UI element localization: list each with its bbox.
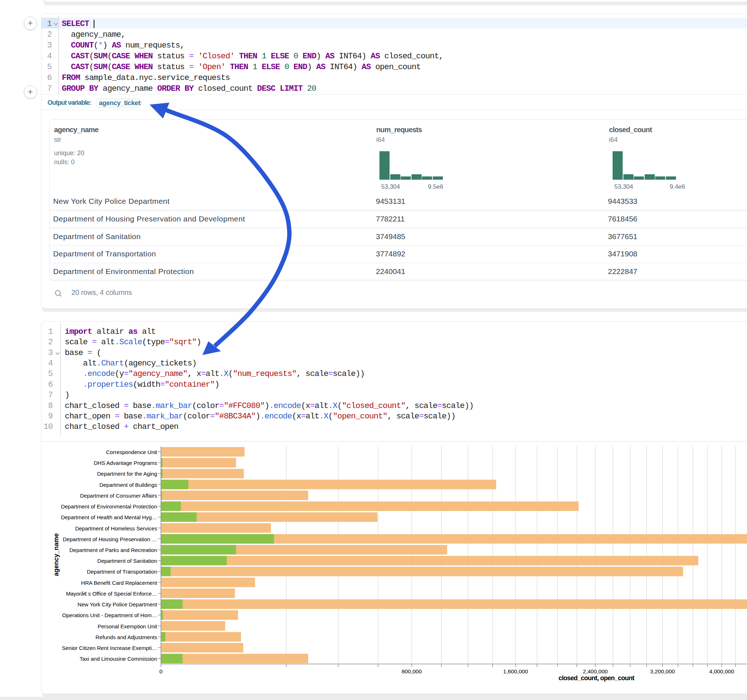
svg-text:4,000,000: 4,000,000 xyxy=(709,668,734,674)
svg-text:Department of Homeless Service: Department of Homeless Services xyxy=(75,525,157,531)
svg-text:800,000: 800,000 xyxy=(401,668,422,674)
svg-text:Correspondence Unit: Correspondence Unit xyxy=(106,449,157,455)
svg-text:2,400,000: 2,400,000 xyxy=(583,668,608,674)
svg-text:Personal Exemption Unit: Personal Exemption Unit xyxy=(98,623,157,629)
svg-text:Mayorâ€ s Office of Special En: Mayorâ€ s Office of Special Enforce… xyxy=(66,591,157,597)
svg-text:1,600,000: 1,600,000 xyxy=(503,668,528,674)
svg-text:Department of Transportation: Department of Transportation xyxy=(87,569,157,575)
svg-text:closed_count, open_count: closed_count, open_count xyxy=(558,674,635,682)
svg-text:Department of Parks and Recrea: Department of Parks and Recreation xyxy=(70,547,157,553)
svg-text:DHS Advantage Programs: DHS Advantage Programs xyxy=(94,460,157,466)
svg-text:Department of Sanitation: Department of Sanitation xyxy=(97,558,157,564)
svg-text:Department for the Aging: Department for the Aging xyxy=(97,471,157,477)
svg-text:Department of Environmental Pr: Department of Environmental Protection xyxy=(61,503,157,510)
svg-text:Senior Citizen Rent Increase E: Senior Citizen Rent Increase Exempti… xyxy=(62,645,157,651)
svg-text:0: 0 xyxy=(159,668,163,674)
svg-text:Taxi and Limousine Commission: Taxi and Limousine Commission xyxy=(80,656,157,662)
svg-text:Department of Buildings: Department of Buildings xyxy=(100,482,157,488)
svg-text:Operations Unit - Department o: Operations Unit - Department of Hom… xyxy=(62,612,157,618)
svg-text:Department of Housing Preserva: Department of Housing Preservation … xyxy=(63,536,157,542)
svg-text:HRA Benefit Card Replacement: HRA Benefit Card Replacement xyxy=(81,580,157,586)
svg-text:3,200,000: 3,200,000 xyxy=(650,668,675,674)
svg-text:agency_name: agency_name xyxy=(53,533,60,576)
svg-text:Department of Health and Menta: Department of Health and Mental Hyg… xyxy=(61,514,157,520)
svg-text:New York City Police Departmen: New York City Police Department xyxy=(77,601,157,608)
svg-text:Refunds and Adjustments: Refunds and Adjustments xyxy=(95,634,157,640)
svg-text:Department of Consumer Affairs: Department of Consumer Affairs xyxy=(80,493,157,499)
